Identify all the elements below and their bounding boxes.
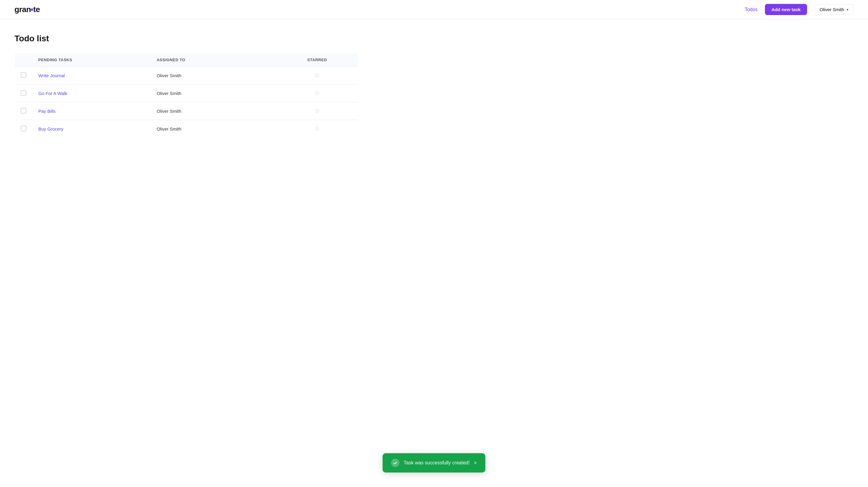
col-header-check (15, 53, 33, 67)
toast-check-icon (391, 459, 399, 467)
star-button[interactable]: ☆ (314, 108, 320, 114)
assigned-to-cell: Oliver Smith (151, 67, 276, 85)
logo-dot (31, 8, 33, 11)
table-body: Write JournalOliver Smith☆Go For A WalkO… (15, 67, 358, 138)
user-name-label: Oliver Smith (819, 7, 844, 12)
assigned-to-cell: Oliver Smith (151, 120, 276, 138)
toast-message: Task was successfully created! (404, 460, 470, 465)
assigned-name: Oliver Smith (157, 73, 181, 78)
table-header: PENDING TASKS ASSIGNED TO STARRED (15, 53, 358, 67)
star-button[interactable]: ☆ (314, 125, 320, 132)
starred-cell: ☆ (276, 67, 358, 85)
col-header-assigned-to: ASSIGNED TO (151, 53, 276, 67)
task-check-cell (15, 67, 33, 85)
task-name-cell: Write Journal (32, 67, 151, 85)
assigned-name: Oliver Smith (157, 126, 181, 131)
starred-cell: ☆ (276, 85, 358, 102)
task-name-link[interactable]: Buy Grocery (38, 126, 63, 131)
nav-right: Todos Add new task Oliver Smith ▾ (745, 4, 854, 15)
todo-table: PENDING TASKS ASSIGNED TO STARRED Write … (14, 53, 358, 138)
task-name-link[interactable]: Pay Bills (38, 109, 56, 114)
assigned-to-cell: Oliver Smith (151, 102, 276, 120)
task-name-link[interactable]: Go For A Walk (38, 91, 67, 96)
add-new-task-button[interactable]: Add new task (765, 4, 807, 15)
assigned-name: Oliver Smith (157, 109, 181, 114)
assigned-to-cell: Oliver Smith (151, 85, 276, 102)
task-checkbox[interactable] (21, 126, 26, 131)
col-header-pending-tasks: PENDING TASKS (32, 53, 151, 67)
col-header-starred: STARRED (276, 53, 358, 67)
todos-nav-link[interactable]: Todos (745, 7, 758, 12)
task-name-cell: Buy Grocery (32, 120, 151, 138)
app-logo: grante (14, 5, 40, 14)
task-check-cell (15, 85, 33, 102)
table-row: Buy GroceryOliver Smith☆ (15, 120, 358, 138)
page-title: Todo list (14, 34, 854, 43)
star-button[interactable]: ☆ (314, 72, 320, 79)
table-row: Write JournalOliver Smith☆ (15, 67, 358, 85)
main-content: Todo list PENDING TASKS ASSIGNED TO STAR… (0, 19, 868, 138)
task-name-cell: Go For A Walk (32, 85, 151, 102)
starred-cell: ☆ (276, 120, 358, 138)
assigned-name: Oliver Smith (157, 91, 181, 96)
task-checkbox[interactable] (21, 72, 26, 78)
task-name-cell: Pay Bills (32, 102, 151, 120)
toast-close-button[interactable]: × (474, 460, 477, 465)
task-name-link[interactable]: Write Journal (38, 73, 65, 78)
starred-cell: ☆ (276, 102, 358, 120)
task-checkbox[interactable] (21, 90, 26, 96)
star-button[interactable]: ☆ (314, 90, 320, 96)
task-checkbox[interactable] (21, 108, 26, 113)
user-menu-button[interactable]: Oliver Smith ▾ (814, 4, 854, 15)
task-check-cell (15, 102, 33, 120)
task-check-cell (15, 120, 33, 138)
navbar: grante Todos Add new task Oliver Smith ▾ (0, 0, 868, 19)
chevron-down-icon: ▾ (846, 7, 848, 12)
table-row: Pay BillsOliver Smith☆ (15, 102, 358, 120)
table-row: Go For A WalkOliver Smith☆ (15, 85, 358, 102)
success-toast: Task was successfully created! × (382, 453, 485, 473)
